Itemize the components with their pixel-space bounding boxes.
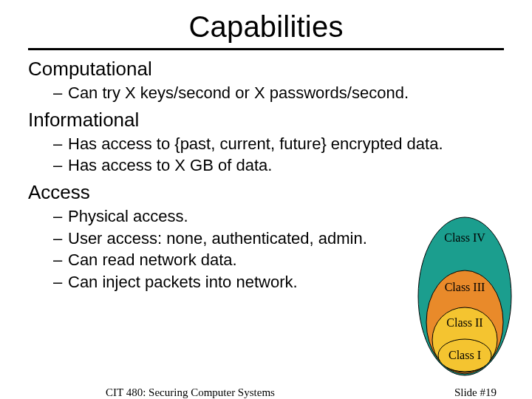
heading-computational: Computational — [28, 58, 504, 81]
label-class-i: Class I — [449, 349, 481, 361]
slide: Capabilities Computational Can try X key… — [0, 10, 532, 399]
list-informational: Has access to {past, current, future} en… — [28, 133, 504, 177]
title-underline — [28, 48, 504, 50]
heading-informational: Informational — [28, 109, 504, 132]
footer-course: CIT 480: Securing Computer Systems — [106, 386, 275, 399]
slide-title: Capabilities — [0, 10, 532, 44]
heading-access: Access — [28, 181, 504, 204]
class-diagram: Class IV Class III Class II Class I — [417, 216, 513, 377]
label-class-iv: Class IV — [444, 231, 485, 244]
footer-slide-number: Slide #19 — [454, 386, 497, 399]
list-item: Has access to {past, current, future} en… — [53, 133, 504, 155]
slide-footer: CIT 480: Securing Computer Systems Slide… — [0, 386, 532, 399]
label-class-ii: Class II — [446, 316, 482, 329]
list-computational: Can try X keys/second or X passwords/sec… — [28, 82, 504, 104]
list-item: Can try X keys/second or X passwords/sec… — [53, 82, 504, 104]
label-class-iii: Class III — [445, 281, 485, 293]
list-item: Has access to X GB of data. — [53, 154, 504, 177]
